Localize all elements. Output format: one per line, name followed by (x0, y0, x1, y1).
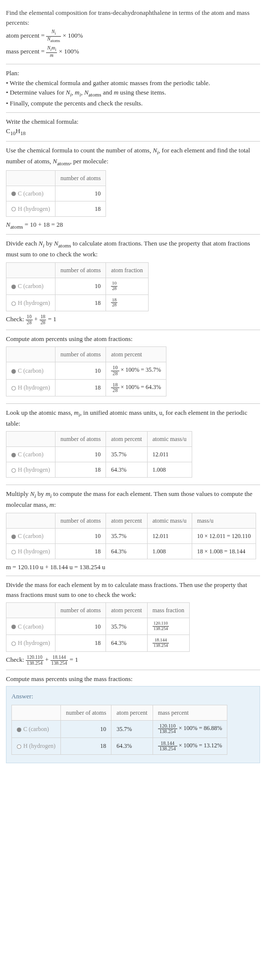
natoms-equation: Natoms = 10 + 18 = 28 (6, 220, 260, 231)
chemical-formula-heading: Write the chemical formula: (6, 117, 260, 127)
col-number-of-atoms: number of atoms (55, 262, 106, 278)
multiply-mass-section: Multiply Ni by mi to compute the mass fo… (6, 485, 260, 576)
bullet-hollow-icon (11, 386, 16, 391)
final-section: Compute mass percents using the mass fra… (6, 670, 260, 767)
chemical-formula-section: Write the chemical formula: C10H18 (6, 113, 260, 142)
bullet-hollow-icon (11, 550, 16, 554)
chem-h: H (16, 127, 20, 135)
table-row: H (hydrogen)1864.3%18.144138.254 × 100% … (12, 737, 227, 754)
bullet-hollow-icon (17, 744, 21, 749)
chem-h-sub: 18 (20, 130, 26, 136)
col-atom-fraction: atom fraction (106, 262, 148, 278)
atom-percent-label: atom percent = (6, 32, 46, 39)
col-number-of-atoms: number of atoms (55, 170, 106, 186)
bullet-filled-icon (11, 369, 16, 374)
mass-fraction-check: Check: 120.110138.254 + 18.144138.254 = … (6, 655, 260, 666)
c-atoms: 10 (55, 186, 106, 201)
m-equation: m = 120.110 u + 18.144 u = 138.254 u (6, 562, 260, 572)
final-heading: Compute mass percents using the mass fra… (6, 674, 260, 684)
bullet-filled-icon (17, 728, 21, 732)
mass-percent-rhs: × 100% (59, 48, 79, 55)
bullet-filled-icon (11, 285, 16, 289)
atom-fractions-table: number of atomsatom fraction C (carbon)1… (6, 262, 149, 312)
c-label: C (carbon) (18, 190, 44, 197)
bullet-hollow-icon (11, 207, 16, 211)
table-row: H (hydrogen)1864.3%1.008 (6, 462, 192, 478)
table-row: C (carbon)1035.7%120.110138.254 × 100% =… (12, 721, 227, 737)
table-row: C (carbon)1035.7%12.01110 × 12.011 = 120… (6, 528, 256, 543)
atom-fractions-text: Divide each Ni by Natoms to calculate at… (6, 239, 260, 259)
mass-percent-formula: mass percent = Nimim × 100% (6, 46, 260, 58)
table-row: H (hydrogen)18 (6, 201, 106, 216)
bullet-hollow-icon (11, 641, 16, 646)
atom-percents-heading: Compute atom percents using the atom fra… (6, 334, 260, 344)
multiply-mass-text: Multiply Ni by mi to compute the mass fo… (6, 489, 260, 509)
chem-c-sub: 10 (10, 130, 16, 136)
mass-percent-fraction: Nimim (46, 46, 57, 58)
plan-list: Write the chemical formula and gather at… (6, 78, 260, 108)
table-row: C (carbon)1035.7%120.110138.254 (6, 618, 190, 635)
plan-item-3: Finally, compute the percents and check … (6, 98, 260, 108)
count-atoms-section: Use the chemical formula to count the nu… (6, 142, 260, 235)
plan-section: Plan: Write the chemical formula and gat… (6, 64, 260, 112)
intro-section: Find the elemental composition for trans… (6, 4, 260, 64)
atom-percent-rhs: × 100% (62, 32, 83, 39)
bullet-hollow-icon (11, 301, 16, 306)
plan-item-2: Determine values for Ni, mi, Natoms and … (6, 88, 260, 98)
table-row: H (hydrogen)181828 × 100% = 64.3% (6, 379, 166, 396)
count-atoms-table: number of atoms C (carbon)10 H (hydrogen… (6, 170, 106, 217)
table-row: C (carbon)101028 × 100% = 35.7% (6, 362, 166, 379)
plan-heading: Plan: (6, 68, 260, 78)
bullet-filled-icon (11, 453, 16, 457)
chemical-formula: C10H18 (6, 126, 260, 137)
table-row: C (carbon)101028 (6, 278, 149, 294)
mass-fractions-table: number of atomsatom percentmass fraction… (6, 602, 190, 652)
table-row: H (hydrogen)181828 (6, 294, 149, 311)
mass-fractions-text: Divide the mass for each element by m to… (6, 580, 260, 599)
intro-title: Find the elemental composition for trans… (6, 8, 260, 27)
atom-percents-table: number of atomsatom percent C (carbon)10… (6, 346, 166, 396)
mass-percent-label: mass percent = (6, 48, 46, 55)
table-row: C (carbon)1035.7%12.011 (6, 447, 192, 462)
table-row: H (hydrogen)1864.3%18.144138.254 (6, 635, 190, 652)
answer-table: number of atomsatom percentmass percent … (11, 705, 227, 755)
atom-fractions-section: Divide each Ni by Natoms to calculate at… (6, 235, 260, 330)
multiply-mass-table: number of atomsatom percentatomic mass/u… (6, 513, 256, 559)
plan-item-1: Write the chemical formula and gather at… (6, 78, 260, 88)
count-atoms-text: Use the chemical formula to count the nu… (6, 146, 260, 167)
atom-fraction-check: Check: 1028 + 1828 = 1 (6, 314, 260, 325)
h-atoms: 18 (55, 201, 106, 216)
bullet-filled-icon (11, 192, 16, 196)
answer-box: Answer: number of atomsatom percentmass … (6, 686, 260, 763)
bullet-hollow-icon (11, 468, 16, 473)
atomic-mass-text: Look up the atomic mass, mi, in unified … (6, 408, 260, 428)
table-row: H (hydrogen)1864.3%1.00818 × 1.008 = 18.… (6, 543, 256, 559)
mass-fractions-section: Divide the mass for each element by m to… (6, 576, 260, 670)
atom-percents-section: Compute atom percents using the atom fra… (6, 330, 260, 404)
document-container: Find the elemental composition for trans… (0, 0, 266, 771)
atom-percent-fraction: NiNatoms (46, 29, 61, 44)
bullet-filled-icon (11, 625, 16, 629)
chem-c: C (6, 127, 10, 135)
h-label: H (hydrogen) (18, 205, 50, 212)
atomic-mass-table: number of atomsatom percentatomic mass/u… (6, 431, 192, 478)
atom-percent-formula: atom percent = NiNatoms × 100% (6, 29, 260, 44)
bullet-filled-icon (11, 535, 16, 539)
atomic-mass-section: Look up the atomic mass, mi, in unified … (6, 404, 260, 485)
table-row: C (carbon)10 (6, 186, 106, 201)
answer-label: Answer: (11, 691, 255, 701)
